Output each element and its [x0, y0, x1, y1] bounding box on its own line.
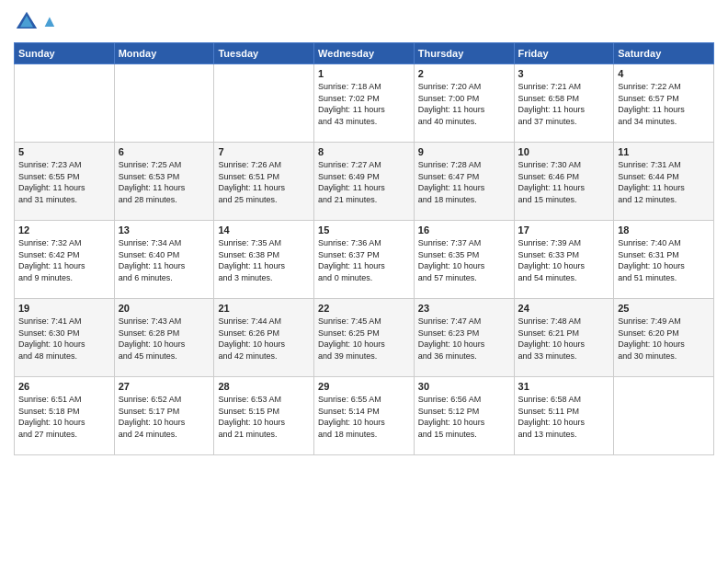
- calendar-cell: 31Sunrise: 6:58 AM Sunset: 5:11 PM Dayli…: [514, 377, 614, 455]
- calendar-cell: 12Sunrise: 7:32 AM Sunset: 6:42 PM Dayli…: [15, 221, 115, 299]
- day-number: 9: [418, 146, 510, 157]
- cell-info: Sunrise: 6:52 AM Sunset: 5:17 PM Dayligh…: [119, 394, 210, 440]
- calendar-cell: [214, 64, 314, 143]
- page: ▲ SundayMondayTuesdayWednesdayThursdayFr…: [0, 0, 728, 563]
- cell-info: Sunrise: 6:55 AM Sunset: 5:14 PM Dayligh…: [318, 394, 410, 440]
- calendar-cell: [15, 64, 115, 143]
- cell-info: Sunrise: 7:32 AM Sunset: 6:42 PM Dayligh…: [18, 237, 110, 283]
- cell-info: Sunrise: 7:47 AM Sunset: 6:23 PM Dayligh…: [418, 316, 510, 362]
- calendar-cell: 27Sunrise: 6:52 AM Sunset: 5:17 PM Dayli…: [114, 377, 214, 455]
- day-number: 22: [318, 303, 410, 314]
- cell-info: Sunrise: 7:31 AM Sunset: 6:44 PM Dayligh…: [618, 159, 710, 205]
- calendar-header-row: SundayMondayTuesdayWednesdayThursdayFrid…: [15, 43, 714, 64]
- calendar-cell: 2Sunrise: 7:20 AM Sunset: 7:00 PM Daylig…: [414, 64, 514, 143]
- cell-info: Sunrise: 7:21 AM Sunset: 6:58 PM Dayligh…: [518, 81, 610, 127]
- calendar-cell: 3Sunrise: 7:21 AM Sunset: 6:58 PM Daylig…: [514, 64, 614, 143]
- cell-info: Sunrise: 7:40 AM Sunset: 6:31 PM Dayligh…: [618, 237, 710, 283]
- cell-info: Sunrise: 6:53 AM Sunset: 5:15 PM Dayligh…: [218, 394, 310, 440]
- calendar-cell: 7Sunrise: 7:26 AM Sunset: 6:51 PM Daylig…: [214, 143, 314, 221]
- calendar-cell: 14Sunrise: 7:35 AM Sunset: 6:38 PM Dayli…: [214, 221, 314, 299]
- calendar-cell: 21Sunrise: 7:44 AM Sunset: 6:26 PM Dayli…: [214, 299, 314, 377]
- calendar-cell: 10Sunrise: 7:30 AM Sunset: 6:46 PM Dayli…: [514, 143, 614, 221]
- logo-text: ▲: [41, 13, 58, 31]
- calendar-cell: 23Sunrise: 7:47 AM Sunset: 6:23 PM Dayli…: [414, 299, 514, 377]
- calendar-row-4: 26Sunrise: 6:51 AM Sunset: 5:18 PM Dayli…: [15, 377, 714, 455]
- day-number: 24: [518, 303, 610, 314]
- calendar-cell: 13Sunrise: 7:34 AM Sunset: 6:40 PM Dayli…: [114, 221, 214, 299]
- cell-info: Sunrise: 7:28 AM Sunset: 6:47 PM Dayligh…: [418, 159, 510, 205]
- calendar-cell: 30Sunrise: 6:56 AM Sunset: 5:12 PM Dayli…: [414, 377, 514, 455]
- calendar-cell: 16Sunrise: 7:37 AM Sunset: 6:35 PM Dayli…: [414, 221, 514, 299]
- cell-info: Sunrise: 7:44 AM Sunset: 6:26 PM Dayligh…: [218, 316, 310, 362]
- day-number: 13: [119, 224, 210, 236]
- calendar-cell: 22Sunrise: 7:45 AM Sunset: 6:25 PM Dayli…: [314, 299, 415, 377]
- day-number: 14: [218, 224, 310, 236]
- day-number: 8: [318, 146, 410, 157]
- logo: ▲: [14, 9, 58, 35]
- day-number: 11: [618, 146, 710, 157]
- day-number: 21: [218, 303, 310, 314]
- calendar-cell: 18Sunrise: 7:40 AM Sunset: 6:31 PM Dayli…: [614, 221, 714, 299]
- cell-info: Sunrise: 7:20 AM Sunset: 7:00 PM Dayligh…: [418, 81, 510, 127]
- calendar-cell: 29Sunrise: 6:55 AM Sunset: 5:14 PM Dayli…: [314, 377, 415, 455]
- calendar-cell: 24Sunrise: 7:48 AM Sunset: 6:21 PM Dayli…: [514, 299, 614, 377]
- day-number: 30: [418, 381, 510, 392]
- calendar-cell: [114, 64, 214, 143]
- cell-info: Sunrise: 7:39 AM Sunset: 6:33 PM Dayligh…: [518, 237, 610, 283]
- calendar-table: SundayMondayTuesdayWednesdayThursdayFrid…: [14, 42, 714, 455]
- calendar-row-2: 12Sunrise: 7:32 AM Sunset: 6:42 PM Dayli…: [15, 221, 714, 299]
- day-number: 28: [218, 381, 310, 392]
- day-number: 2: [418, 68, 510, 79]
- cell-info: Sunrise: 7:36 AM Sunset: 6:37 PM Dayligh…: [318, 237, 410, 283]
- logo-blue: ▲: [41, 12, 58, 30]
- day-number: 29: [318, 381, 410, 392]
- col-header-sunday: Sunday: [15, 43, 115, 64]
- cell-info: Sunrise: 7:45 AM Sunset: 6:25 PM Dayligh…: [318, 316, 410, 362]
- col-header-monday: Monday: [114, 43, 214, 64]
- calendar-cell: 1Sunrise: 7:18 AM Sunset: 7:02 PM Daylig…: [314, 64, 415, 143]
- header: ▲: [14, 9, 714, 35]
- day-number: 20: [119, 303, 210, 314]
- calendar-cell: 9Sunrise: 7:28 AM Sunset: 6:47 PM Daylig…: [414, 143, 514, 221]
- calendar-row-0: 1Sunrise: 7:18 AM Sunset: 7:02 PM Daylig…: [15, 64, 714, 143]
- day-number: 26: [18, 381, 110, 392]
- day-number: 5: [18, 146, 110, 157]
- cell-info: Sunrise: 7:22 AM Sunset: 6:57 PM Dayligh…: [618, 81, 710, 127]
- cell-info: Sunrise: 7:27 AM Sunset: 6:49 PM Dayligh…: [318, 159, 410, 205]
- day-number: 3: [518, 68, 610, 79]
- cell-info: Sunrise: 7:35 AM Sunset: 6:38 PM Dayligh…: [218, 237, 310, 283]
- cell-info: Sunrise: 7:41 AM Sunset: 6:30 PM Dayligh…: [18, 316, 110, 362]
- cell-info: Sunrise: 7:48 AM Sunset: 6:21 PM Dayligh…: [518, 316, 610, 362]
- cell-info: Sunrise: 7:18 AM Sunset: 7:02 PM Dayligh…: [318, 81, 410, 127]
- cell-info: Sunrise: 7:34 AM Sunset: 6:40 PM Dayligh…: [119, 237, 210, 283]
- day-number: 4: [618, 68, 710, 79]
- day-number: 16: [418, 224, 510, 236]
- calendar-cell: 26Sunrise: 6:51 AM Sunset: 5:18 PM Dayli…: [15, 377, 115, 455]
- calendar-cell: 5Sunrise: 7:23 AM Sunset: 6:55 PM Daylig…: [15, 143, 115, 221]
- calendar-cell: 8Sunrise: 7:27 AM Sunset: 6:49 PM Daylig…: [314, 143, 415, 221]
- calendar-cell: 15Sunrise: 7:36 AM Sunset: 6:37 PM Dayli…: [314, 221, 415, 299]
- calendar-cell: 25Sunrise: 7:49 AM Sunset: 6:20 PM Dayli…: [614, 299, 714, 377]
- cell-info: Sunrise: 7:49 AM Sunset: 6:20 PM Dayligh…: [618, 316, 710, 362]
- day-number: 1: [318, 68, 410, 79]
- logo-icon: [14, 9, 40, 35]
- calendar-cell: 20Sunrise: 7:43 AM Sunset: 6:28 PM Dayli…: [114, 299, 214, 377]
- calendar-cell: 4Sunrise: 7:22 AM Sunset: 6:57 PM Daylig…: [614, 64, 714, 143]
- day-number: 18: [618, 224, 710, 236]
- calendar-row-3: 19Sunrise: 7:41 AM Sunset: 6:30 PM Dayli…: [15, 299, 714, 377]
- calendar-cell: 28Sunrise: 6:53 AM Sunset: 5:15 PM Dayli…: [214, 377, 314, 455]
- day-number: 27: [119, 381, 210, 392]
- col-header-friday: Friday: [514, 43, 614, 64]
- col-header-tuesday: Tuesday: [214, 43, 314, 64]
- day-number: 7: [218, 146, 310, 157]
- calendar-cell: 19Sunrise: 7:41 AM Sunset: 6:30 PM Dayli…: [15, 299, 115, 377]
- cell-info: Sunrise: 7:30 AM Sunset: 6:46 PM Dayligh…: [518, 159, 610, 205]
- calendar-row-1: 5Sunrise: 7:23 AM Sunset: 6:55 PM Daylig…: [15, 143, 714, 221]
- cell-info: Sunrise: 6:56 AM Sunset: 5:12 PM Dayligh…: [418, 394, 510, 440]
- day-number: 10: [518, 146, 610, 157]
- calendar-cell: 17Sunrise: 7:39 AM Sunset: 6:33 PM Dayli…: [514, 221, 614, 299]
- calendar-cell: [614, 377, 714, 455]
- day-number: 12: [18, 224, 110, 236]
- day-number: 17: [518, 224, 610, 236]
- day-number: 31: [518, 381, 610, 392]
